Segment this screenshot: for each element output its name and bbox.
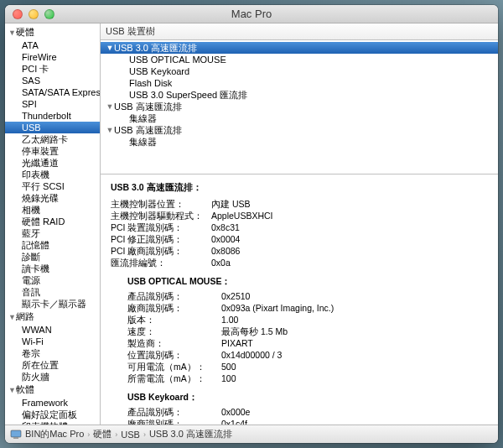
- sidebar-item[interactable]: 停車裝置: [5, 145, 100, 157]
- sidebar-item[interactable]: WWAN: [5, 324, 100, 336]
- sidebar-item[interactable]: 記憶體: [5, 239, 100, 251]
- category-label: 網路: [16, 310, 34, 323]
- property-value: 0x000e: [221, 406, 490, 418]
- property-value: 0x8086: [211, 245, 490, 257]
- breadcrumb-item[interactable]: USB: [121, 430, 140, 440]
- sidebar-item[interactable]: SAS: [5, 75, 100, 86]
- tree-node[interactable]: USB 3.0 SuperSpeed 匯流排: [101, 89, 498, 101]
- sidebar-item[interactable]: 顯示卡／顯示器: [5, 298, 100, 310]
- sidebar-item[interactable]: Wi-Fi: [5, 336, 100, 347]
- tree-column-header[interactable]: USB 裝置樹: [101, 23, 498, 40]
- zoom-icon[interactable]: [44, 9, 54, 19]
- tree-node[interactable]: 集線器: [101, 136, 498, 148]
- tree-node[interactable]: 集線器: [101, 112, 498, 124]
- property-value: AppleUSBXHCI: [211, 210, 490, 221]
- sidebar-item[interactable]: 相機: [5, 204, 100, 216]
- disclosure-triangle-icon[interactable]: ▼: [8, 386, 16, 394]
- sidebar-item[interactable]: 診斷: [5, 251, 100, 263]
- property-row: PCI 裝置識別碼：0x8c31: [111, 221, 490, 233]
- tree-node-label: USB 3.0 SuperSpeed 匯流排: [129, 89, 247, 101]
- sidebar-category[interactable]: ▼網路: [5, 310, 100, 324]
- close-icon[interactable]: [13, 9, 23, 19]
- sidebar-item[interactable]: ATA: [5, 39, 100, 51]
- sidebar-item[interactable]: SATA/SATA Express: [5, 86, 100, 98]
- tree-node-label: USB 高速匯流排: [114, 101, 182, 112]
- breadcrumb: BIN的Mac Pro›硬體›USB›USB 3.0 高速匯流排: [5, 425, 498, 443]
- sidebar-item[interactable]: 平行 SCSI: [5, 180, 100, 192]
- sidebar-item[interactable]: 所在位置: [5, 359, 100, 371]
- sidebar-item[interactable]: 偏好設定面板: [5, 409, 100, 420]
- property-row: PCI 廠商識別碼：0x8086: [111, 245, 490, 257]
- breadcrumb-item[interactable]: BIN的Mac Pro: [25, 428, 84, 440]
- property-key: 廠商識別碼：: [127, 302, 221, 314]
- sidebar-category[interactable]: ▼軟體: [5, 383, 100, 397]
- svg-rect-0: [11, 430, 21, 437]
- sidebar-item[interactable]: 硬體 RAID: [5, 216, 100, 227]
- property-row: 主機控制器位置：內建 USB: [111, 198, 490, 210]
- device-tree[interactable]: ▼USB 3.0 高速匯流排USB OPTICAL MOUSEUSB Keyko…: [101, 40, 498, 175]
- property-row: 速度：最高每秒 1.5 Mb: [127, 326, 490, 337]
- property-key: 可用電流（mA）：: [127, 361, 221, 372]
- property-key: 廠商識別碼：: [127, 418, 221, 425]
- device-section: USB Keykoard： 產品識別碼：0x000e 廠商識別碼：0x1c4f …: [127, 391, 490, 425]
- sidebar[interactable]: ▼硬體ATAFireWirePCI 卡SASSATA/SATA ExpressS…: [5, 23, 101, 425]
- property-key: 匯流排編號：: [111, 257, 211, 268]
- property-key: 主機控制器位置：: [111, 198, 211, 210]
- sidebar-item[interactable]: 防火牆: [5, 371, 100, 383]
- sidebar-item[interactable]: 電源: [5, 274, 100, 286]
- tree-node[interactable]: ▼USB 高速匯流排: [101, 101, 498, 112]
- property-row: 產品識別碼：0x000e: [127, 406, 490, 418]
- property-key: 所需電流（mA）：: [127, 372, 221, 384]
- sidebar-item[interactable]: 燒錄光碟: [5, 192, 100, 204]
- traffic-lights: [5, 9, 54, 19]
- breadcrumb-item[interactable]: 硬體: [93, 428, 111, 440]
- breadcrumb-item[interactable]: USB 3.0 高速匯流排: [149, 428, 232, 440]
- sidebar-item[interactable]: FireWire: [5, 51, 100, 63]
- property-key: PCI 裝置識別碼：: [111, 221, 211, 233]
- disclosure-triangle-icon[interactable]: ▼: [106, 101, 114, 112]
- sidebar-item[interactable]: USB: [5, 122, 100, 133]
- details-pane[interactable]: USB 3.0 高速匯流排： 主機控制器位置：內建 USB 主機控制器驅動程式：…: [101, 175, 498, 425]
- property-row: 廠商識別碼：0x093a (Pixart Imaging, Inc.): [127, 302, 490, 314]
- property-value: 1.00: [221, 314, 490, 326]
- tree-node-label: Flash Disk: [129, 77, 172, 89]
- property-key: 位置識別碼：: [127, 349, 221, 361]
- property-row: 主機控制器驅動程式：AppleUSBXHCI: [111, 210, 490, 221]
- property-row: 所需電流（mA）：100: [127, 372, 490, 384]
- tree-node[interactable]: ▼USB 高速匯流排: [101, 124, 498, 136]
- bus-properties: 主機控制器位置：內建 USB 主機控制器驅動程式：AppleUSBXHCI PC…: [111, 198, 490, 268]
- sidebar-category[interactable]: ▼硬體: [5, 25, 100, 39]
- sidebar-item[interactable]: Framework: [5, 397, 100, 409]
- property-value: 0x1c4f: [221, 418, 490, 425]
- chevron-right-icon: ›: [143, 430, 146, 439]
- sidebar-item[interactable]: SPI: [5, 98, 100, 110]
- tree-node[interactable]: Flash Disk: [101, 77, 498, 89]
- property-row: 位置識別碼：0x14d00000 / 3: [127, 349, 490, 361]
- main-panel: USB 裝置樹 ▼USB 3.0 高速匯流排USB OPTICAL MOUSEU…: [101, 23, 498, 425]
- disclosure-triangle-icon[interactable]: ▼: [106, 42, 114, 54]
- minimize-icon[interactable]: [29, 9, 39, 19]
- disclosure-triangle-icon[interactable]: ▼: [106, 124, 114, 136]
- device-name: USB Keykoard：: [127, 391, 490, 403]
- titlebar[interactable]: Mac Pro: [5, 5, 498, 23]
- tree-node[interactable]: USB Keykoard: [101, 65, 498, 77]
- category-label: 硬體: [16, 26, 34, 39]
- sidebar-item[interactable]: 乙太網路卡: [5, 133, 100, 145]
- sidebar-item[interactable]: 讀卡機: [5, 263, 100, 274]
- disclosure-triangle-icon[interactable]: ▼: [8, 313, 16, 321]
- property-key: 版本：: [127, 314, 221, 326]
- property-key: PCI 修正識別碼：: [111, 233, 211, 245]
- disclosure-triangle-icon[interactable]: ▼: [8, 29, 16, 37]
- sidebar-item[interactable]: 卷宗: [5, 347, 100, 359]
- sidebar-item[interactable]: PCI 卡: [5, 63, 100, 75]
- tree-node[interactable]: USB OPTICAL MOUSE: [101, 54, 498, 65]
- tree-node[interactable]: ▼USB 3.0 高速匯流排: [101, 42, 498, 54]
- sidebar-item[interactable]: Thunderbolt: [5, 110, 100, 122]
- sidebar-item[interactable]: 藍牙: [5, 227, 100, 239]
- sidebar-item[interactable]: 光纖通道: [5, 157, 100, 169]
- sidebar-item[interactable]: 音訊: [5, 286, 100, 298]
- sidebar-item[interactable]: 印表機: [5, 169, 100, 180]
- tree-node-label: USB 高速匯流排: [114, 124, 182, 136]
- property-value: 0x093a (Pixart Imaging, Inc.): [221, 302, 490, 314]
- window-title: Mac Pro: [5, 8, 498, 20]
